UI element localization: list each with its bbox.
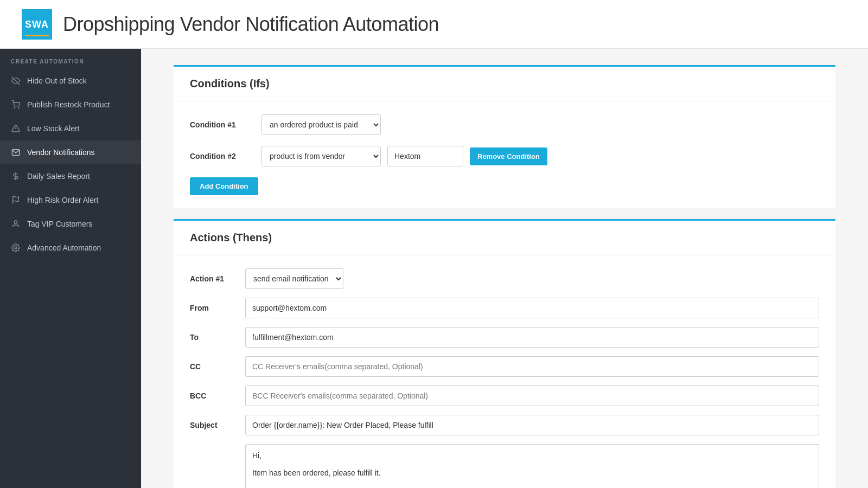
actions-title: Actions (Thens) xyxy=(190,232,819,244)
flag-icon xyxy=(11,195,21,205)
condition1-label: Condition #1 xyxy=(190,120,255,129)
sidebar-section-label: CREATE AUTOMATION xyxy=(0,49,141,69)
to-row: To xyxy=(190,327,819,348)
condition2-vendor-input[interactable] xyxy=(387,146,463,166)
conditions-body: Condition #1 an ordered product is paid … xyxy=(174,101,835,208)
cc-input[interactable] xyxy=(245,356,819,377)
sidebar-item-high-risk-order-alert[interactable]: High Risk Order Alert xyxy=(0,188,141,212)
cc-row: CC xyxy=(190,356,819,377)
sidebar-item-label: Vendor Notifications xyxy=(27,148,95,157)
svg-point-8 xyxy=(15,247,17,249)
from-row: From xyxy=(190,298,819,318)
sidebar-item-label: High Risk Order Alert xyxy=(27,196,98,204)
sidebar-item-publish-restock-product[interactable]: Publish Restock Product xyxy=(0,93,141,117)
sidebar-item-tag-vip-customers[interactable]: Tag VIP Customers xyxy=(0,212,141,236)
condition2-row: Condition #2 product is from vendor prod… xyxy=(190,146,819,166)
conditions-section: Conditions (Ifs) Condition #1 an ordered… xyxy=(174,65,835,208)
condition1-row: Condition #1 an ordered product is paid … xyxy=(190,114,819,135)
sidebar-item-daily-sales-report[interactable]: Daily Sales Report xyxy=(0,164,141,188)
user-icon xyxy=(11,219,21,229)
logo: SWA xyxy=(22,9,52,40)
body-row: Hi, Item has been ordered, please fulfil… xyxy=(190,444,819,488)
sidebar-item-low-stock-alert[interactable]: Low Stock Alert xyxy=(0,117,141,140)
condition2-label: Condition #2 xyxy=(190,152,255,160)
bcc-input[interactable] xyxy=(245,386,819,406)
cart-icon xyxy=(11,100,21,110)
add-condition-button[interactable]: Add Condition xyxy=(190,177,258,195)
to-input[interactable] xyxy=(245,327,819,348)
action1-row: Action #1 send email notification send S… xyxy=(190,268,819,289)
sidebar-item-hide-out-of-stock[interactable]: Hide Out of Stock xyxy=(0,69,141,93)
sidebar-item-label: Daily Sales Report xyxy=(27,172,90,181)
alert-icon xyxy=(11,124,21,133)
action1-select[interactable]: send email notification send SMS notific… xyxy=(245,268,343,289)
svg-point-2 xyxy=(18,107,19,108)
gear-icon xyxy=(11,243,21,253)
main-content: Conditions (Ifs) Condition #1 an ordered… xyxy=(141,49,868,488)
add-condition-container: Add Condition xyxy=(190,177,819,195)
subject-label: Subject xyxy=(190,421,239,429)
dollar-icon xyxy=(11,171,21,181)
actions-body: Action #1 send email notification send S… xyxy=(174,255,835,488)
sidebar-item-advanced-automation[interactable]: Advanced Automation xyxy=(0,236,141,260)
envelope-icon xyxy=(11,147,21,157)
actions-header: Actions (Thens) xyxy=(174,221,835,255)
condition1-select[interactable]: an ordered product is paid an ordered pr… xyxy=(261,114,381,135)
body-textarea[interactable]: Hi, Item has been ordered, please fulfil… xyxy=(245,444,819,488)
sidebar-item-vendor-notifications[interactable]: Vendor Notifications xyxy=(0,140,141,164)
sidebar-item-label: Low Stock Alert xyxy=(27,124,80,133)
subject-row: Subject xyxy=(190,415,819,435)
logo-text: SWA xyxy=(25,20,49,29)
actions-section: Actions (Thens) Action #1 send email not… xyxy=(174,219,835,488)
conditions-header: Conditions (Ifs) xyxy=(174,67,835,101)
condition2-select[interactable]: product is from vendor product is tagged… xyxy=(261,146,381,166)
subject-input[interactable] xyxy=(245,415,819,435)
svg-point-1 xyxy=(14,107,15,108)
sidebar: CREATE AUTOMATION Hide Out of StockPubli… xyxy=(0,49,141,488)
main-layout: CREATE AUTOMATION Hide Out of StockPubli… xyxy=(0,49,868,488)
sidebar-items: Hide Out of StockPublish Restock Product… xyxy=(0,69,141,260)
page-title: Dropshipping Vendor Notification Automat… xyxy=(63,13,439,36)
from-input[interactable] xyxy=(245,298,819,318)
sidebar-item-label: Publish Restock Product xyxy=(27,100,110,109)
header: SWA Dropshipping Vendor Notification Aut… xyxy=(0,0,868,49)
action1-label: Action #1 xyxy=(190,274,239,283)
to-label: To xyxy=(190,333,239,342)
sidebar-item-label: Tag VIP Customers xyxy=(27,220,92,228)
svg-point-7 xyxy=(14,221,17,223)
sidebar-item-label: Hide Out of Stock xyxy=(27,76,87,85)
sidebar-item-label: Advanced Automation xyxy=(27,243,101,252)
bcc-label: BCC xyxy=(190,391,239,400)
eye-off-icon xyxy=(11,76,21,86)
conditions-title: Conditions (Ifs) xyxy=(190,78,819,90)
from-label: From xyxy=(190,304,239,312)
bcc-row: BCC xyxy=(190,386,819,406)
remove-condition-button[interactable]: Remove Condition xyxy=(470,147,547,165)
cc-label: CC xyxy=(190,362,239,371)
